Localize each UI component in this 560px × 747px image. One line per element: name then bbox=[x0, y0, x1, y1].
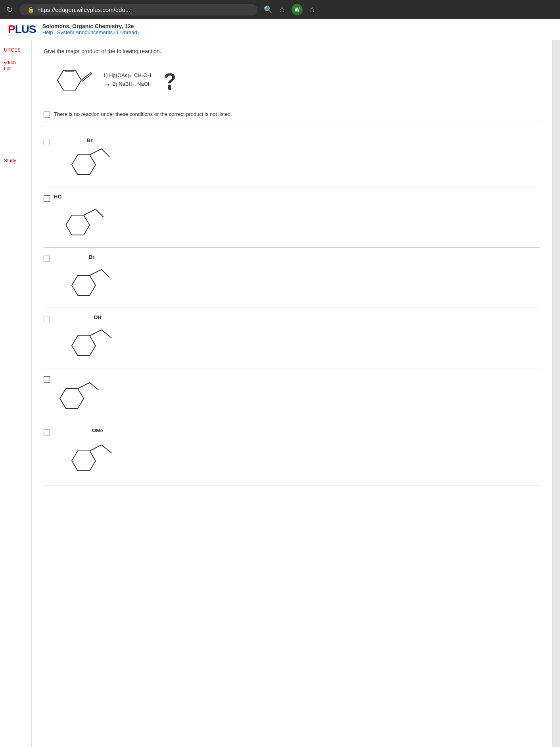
book-title: Solomons, Organic Chemistry, 12e bbox=[42, 23, 139, 29]
svg-marker-14 bbox=[72, 336, 96, 356]
substituent-ho: HO bbox=[54, 194, 62, 200]
svg-line-3 bbox=[81, 72, 91, 80]
substituent-br-1: Br bbox=[87, 137, 92, 143]
url-bar[interactable]: 🔒 https://edugen.wileyplus.com/edu... bbox=[19, 4, 257, 15]
substituent-br-2: Br bbox=[89, 254, 94, 260]
sidebar-study[interactable]: Study bbox=[0, 155, 31, 167]
svg-line-6 bbox=[90, 149, 102, 155]
app-header: PLUS Solomons, Organic Chemistry, 12e He… bbox=[0, 19, 560, 40]
option-structure-1: Br bbox=[54, 137, 113, 181]
app-info: Solomons, Organic Chemistry, 12e Help | … bbox=[42, 23, 139, 35]
no-reaction-option[interactable]: There is no reaction under these conditi… bbox=[44, 110, 540, 123]
lock-icon: 🔒 bbox=[27, 6, 34, 13]
structure-oh bbox=[66, 322, 117, 362]
checkbox-5[interactable] bbox=[44, 376, 50, 383]
reaction-area: 1) Hg(OAc)₂, CH₃OH → 2) NaBH₄, NaOH ? bbox=[44, 62, 540, 98]
structure-br-top bbox=[66, 145, 113, 181]
svg-line-12 bbox=[90, 270, 102, 275]
checkbox-3[interactable] bbox=[44, 256, 50, 262]
announcements-link[interactable]: System Announcements (1 Unread) bbox=[57, 29, 139, 35]
reactant-structure bbox=[52, 62, 95, 98]
option-structure-3: Br bbox=[54, 254, 117, 301]
svg-line-13 bbox=[102, 270, 109, 277]
svg-marker-17 bbox=[60, 389, 84, 408]
url-text: https://edugen.wileyplus.com/edu... bbox=[37, 6, 130, 13]
svg-marker-8 bbox=[66, 215, 90, 235]
svg-line-4 bbox=[82, 73, 92, 81]
checkbox-6[interactable] bbox=[44, 429, 50, 435]
menu-icon[interactable]: ☆ bbox=[309, 5, 315, 14]
help-link[interactable]: Help bbox=[42, 29, 53, 35]
checkbox-2[interactable] bbox=[44, 195, 50, 202]
structure-plain bbox=[54, 375, 105, 414]
structure-ho bbox=[54, 201, 105, 241]
no-reaction-checkbox[interactable] bbox=[44, 112, 50, 118]
option-structure-2: HO bbox=[54, 194, 105, 241]
question-text: Give the major product of the following … bbox=[44, 48, 540, 54]
svg-line-19 bbox=[90, 383, 98, 390]
substituent-ome: OMe bbox=[92, 427, 103, 433]
structure-ome bbox=[66, 435, 117, 479]
svg-line-21 bbox=[90, 445, 102, 451]
answer-option-6: OMe bbox=[44, 421, 540, 485]
svg-line-9 bbox=[84, 209, 96, 215]
svg-line-10 bbox=[96, 209, 104, 217]
answer-option-3: Br bbox=[44, 248, 540, 308]
svg-line-7 bbox=[102, 149, 109, 157]
sidebar: URCES ydrob t of Study bbox=[0, 40, 32, 747]
right-panel bbox=[552, 40, 560, 747]
checkbox-4[interactable] bbox=[44, 316, 50, 322]
sidebar-resources[interactable]: URCES bbox=[0, 44, 31, 57]
main-layout: URCES ydrob t of Study Give the major pr… bbox=[0, 40, 560, 747]
svg-line-22 bbox=[102, 445, 111, 453]
star-icon[interactable]: ☆ bbox=[279, 5, 285, 14]
app-logo: PLUS bbox=[8, 23, 36, 36]
svg-marker-5 bbox=[72, 155, 96, 175]
svg-marker-0 bbox=[58, 70, 81, 90]
answer-option-2: HO bbox=[44, 187, 540, 248]
svg-marker-20 bbox=[72, 451, 96, 471]
option-structure-4: OH bbox=[54, 314, 117, 362]
answer-option-1: Br bbox=[44, 131, 540, 187]
reaction-conditions: 1) Hg(OAc)₂, CH₃OH → 2) NaBH₄, NaOH bbox=[103, 71, 152, 89]
browser-toolbar: 🔍 ☆ W ☆ bbox=[264, 4, 315, 15]
refresh-icon[interactable]: ↻ bbox=[6, 5, 13, 14]
svg-marker-11 bbox=[72, 275, 96, 295]
svg-line-15 bbox=[90, 330, 102, 336]
sidebar-hydrob[interactable]: ydrob t of bbox=[0, 57, 31, 75]
content-area: Give the major product of the following … bbox=[32, 40, 552, 747]
answer-option-5 bbox=[44, 368, 540, 421]
w-icon[interactable]: W bbox=[292, 4, 303, 15]
structure-br-side bbox=[66, 262, 117, 301]
answer-option-4: OH bbox=[44, 308, 540, 368]
no-reaction-label: There is no reaction under these conditi… bbox=[54, 111, 232, 117]
search-icon[interactable]: 🔍 bbox=[264, 5, 272, 14]
reaction-arrow: → bbox=[103, 80, 111, 89]
svg-line-18 bbox=[78, 383, 90, 389]
option-structure-5 bbox=[54, 375, 105, 414]
checkbox-1[interactable] bbox=[44, 139, 50, 145]
browser-bar: ↻ 🔒 https://edugen.wileyplus.com/edu... … bbox=[0, 0, 560, 19]
svg-line-16 bbox=[102, 330, 111, 338]
option-structure-6: OMe bbox=[54, 427, 117, 479]
substituent-oh: OH bbox=[94, 314, 102, 320]
app-links: Help | System Announcements (1 Unread) bbox=[42, 29, 139, 35]
